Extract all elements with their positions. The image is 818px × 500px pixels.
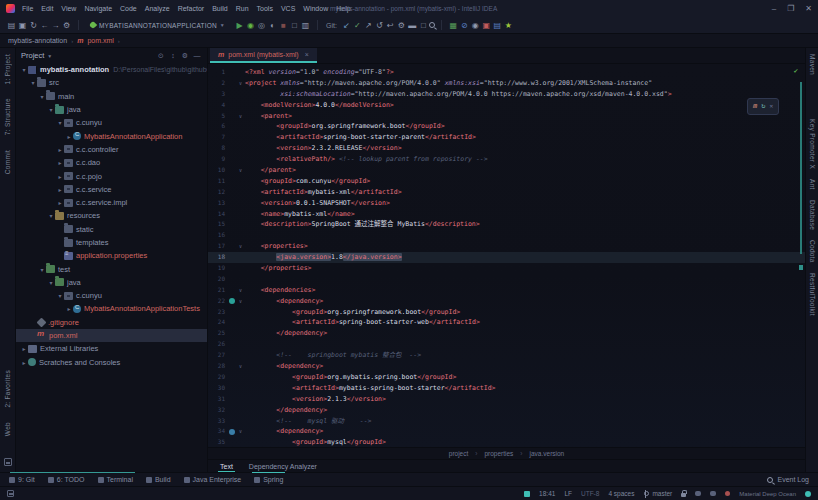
line-number[interactable]: 24 <box>208 317 228 328</box>
line-number[interactable]: 19 <box>208 263 228 274</box>
tree-item-java[interactable]: ▾java <box>16 276 207 289</box>
line-number[interactable]: 18 <box>208 252 228 263</box>
spring-dependency-icon[interactable] <box>229 298 235 304</box>
line-number[interactable]: 31 <box>208 394 228 405</box>
code-line-9[interactable]: 9 <relativePath/> <!-- lookup parent fro… <box>208 154 805 165</box>
codota-search-icon[interactable]: ◉ <box>470 19 481 31</box>
line-number[interactable]: 9 <box>208 154 228 165</box>
close-button[interactable]: ✕ <box>805 0 812 17</box>
code-line-16[interactable]: 16 <box>208 230 805 241</box>
rollback-icon[interactable]: ↩ <box>385 19 396 31</box>
collapse-all-icon[interactable]: ↕ <box>168 52 178 60</box>
code-line-10[interactable]: 10∨ </parent> <box>208 165 805 176</box>
line-number[interactable]: 6 <box>208 121 228 132</box>
plugin-status-icon[interactable] <box>695 491 701 496</box>
event-log-button[interactable]: Event Log <box>767 476 809 483</box>
tree-arrow-icon[interactable]: ▸ <box>20 345 28 352</box>
dismiss-icon[interactable]: ✕ <box>769 101 773 112</box>
line-number[interactable]: 33 <box>208 416 228 427</box>
code-line-5[interactable]: 5∨ <parent> <box>208 111 805 122</box>
toolwindow-button-terminal[interactable]: Terminal <box>98 476 133 483</box>
tree-item-pom-xml[interactable]: pom.xml <box>16 329 207 342</box>
line-number[interactable]: 8 <box>208 143 228 154</box>
tree-arrow-icon[interactable]: ▾ <box>29 79 37 86</box>
line-number[interactable]: 35 <box>208 437 228 447</box>
codota-status-icon[interactable] <box>805 491 811 497</box>
code-line-35[interactable]: 35 <groupId>mysql</groupId> <box>208 437 805 447</box>
code-line-33[interactable]: 33 <!-- mysql 驱动 --> <box>208 416 805 427</box>
code-line-29[interactable]: 29 <groupId>org.mybatis.spring.boot</gro… <box>208 372 805 383</box>
run-configuration-select[interactable]: MYBATISANNOTATIONAPPLICATION ▼ <box>85 21 230 30</box>
code-line-15[interactable]: 15 <description>SpringBoot 通过注解整合 MyBati… <box>208 219 805 230</box>
update-project-icon[interactable]: ↙ <box>341 19 352 31</box>
line-number[interactable]: 25 <box>208 328 228 339</box>
menu-window[interactable]: Window <box>303 5 328 12</box>
fold-icon[interactable]: ∨ <box>236 241 245 252</box>
line-separator[interactable]: LF <box>564 490 572 497</box>
profiler-icon[interactable]: ◐ <box>267 19 278 31</box>
menu-navigate[interactable]: Navigate <box>84 5 112 12</box>
toolwindow-button-build[interactable]: Build <box>146 476 171 483</box>
fold-icon[interactable]: ∨ <box>236 111 245 122</box>
tree-item-mybatisannotationapplication[interactable]: ▸MybatisAnnotationApplication <box>16 129 207 142</box>
tree-item-c-c-controller[interactable]: ▸c.c.controller <box>16 143 207 156</box>
plugin-status-icon[interactable] <box>710 491 716 496</box>
code-line-31[interactable]: 31 <version>2.1.3</version> <box>208 394 805 405</box>
menu-refactor[interactable]: Refactor <box>178 5 204 12</box>
history-icon[interactable]: ↺ <box>374 19 385 31</box>
tree-item-templates[interactable]: templates <box>16 236 207 249</box>
line-number[interactable]: 17 <box>208 241 228 252</box>
tree-item-c-c-service-impl[interactable]: ▸c.c.service.impl <box>16 196 207 209</box>
folder-icon[interactable]: ▬ <box>407 19 418 31</box>
tree-arrow-icon[interactable]: ▸ <box>56 199 64 206</box>
code-line-34[interactable]: 34∨ <dependency> <box>208 426 805 437</box>
toolwindow-button-7-structure[interactable]: 7: Structure <box>4 98 11 135</box>
locate-icon[interactable]: ⊙ <box>156 52 166 60</box>
tree-arrow-icon[interactable]: ▾ <box>56 292 64 299</box>
tree-arrow-icon[interactable]: ▸ <box>56 186 64 193</box>
code-line-28[interactable]: 28∨ <dependency> <box>208 361 805 372</box>
code-line-11[interactable]: 11 <groupId>com.cunyu</groupId> <box>208 176 805 187</box>
toolwindow-button-9-git[interactable]: 9: Git <box>9 476 35 483</box>
toolwindow-button-2-favorites[interactable]: 2: Favorites <box>4 370 11 408</box>
editor-scrollbar[interactable] <box>800 82 802 254</box>
close-icon[interactable]: × <box>305 51 309 58</box>
tree-item-mybatisannotationapplicationtests[interactable]: ▸MybatisAnnotationApplicationTests <box>16 302 207 315</box>
line-number[interactable]: 3 <box>208 89 228 100</box>
tree-arrow-icon[interactable]: ▸ <box>56 146 64 153</box>
toggle-toolwindows-icon[interactable] <box>4 458 12 466</box>
tree-arrow-icon[interactable]: ▾ <box>47 106 55 113</box>
toolwindow-button-key-promoter-x[interactable]: Key Promoter X <box>809 119 816 169</box>
tree-item-c-c-pojo[interactable]: ▸c.c.pojo <box>16 169 207 182</box>
window-icon[interactable]: □ <box>418 19 429 31</box>
code-line-1[interactable]: 1<?xml version="1.0" encoding="UTF-8"?> <box>208 67 805 78</box>
file-encoding[interactable]: UTF-8 <box>581 490 599 497</box>
stop-icon[interactable]: ■ <box>278 19 289 31</box>
code-line-17[interactable]: 17∨ <properties> <box>208 241 805 252</box>
tree-arrow-icon[interactable]: ▸ <box>65 133 73 140</box>
toolwindow-button-maven[interactable]: Maven <box>809 54 816 75</box>
toolwindow-button-ant[interactable]: Ant <box>809 179 816 190</box>
tree-arrow-icon[interactable]: ▾ <box>47 279 55 286</box>
code-line-6[interactable]: 6 <groupId>org.springframework.boot</gro… <box>208 121 805 132</box>
fold-icon[interactable]: ∨ <box>236 296 245 307</box>
tree-arrow-icon[interactable]: ▾ <box>38 93 46 100</box>
line-number[interactable]: 7 <box>208 132 228 143</box>
line-number[interactable]: 21 <box>208 285 228 296</box>
code-line-8[interactable]: 8 <version>2.3.2.RELEASE</version> <box>208 143 805 154</box>
plugin-blue-icon[interactable]: ▤ <box>492 19 503 31</box>
code-line-27[interactable]: 27 <!-- springboot mybatis 整合包 --> <box>208 350 805 361</box>
menu-file[interactable]: File <box>22 5 33 12</box>
tree-arrow-icon[interactable]: ▸ <box>56 173 64 180</box>
code-line-22[interactable]: 22∨ <dependency> <box>208 296 805 307</box>
git-branch-name[interactable]: master <box>652 490 672 497</box>
reload-icon[interactable]: ↻ <box>761 101 765 112</box>
code-line-13[interactable]: 13 <version>0.0.1-SNAPSHOT</version> <box>208 198 805 209</box>
code-line-26[interactable]: 26 <box>208 339 805 350</box>
search-everywhere-icon[interactable] <box>429 22 435 28</box>
line-number[interactable]: 27 <box>208 350 228 361</box>
hide-panel-icon[interactable]: — <box>192 52 202 60</box>
inspections-ok-icon[interactable]: ✔ <box>794 66 798 77</box>
toolwindow-button-web[interactable]: Web <box>4 422 11 436</box>
lock-icon[interactable] <box>681 493 686 497</box>
